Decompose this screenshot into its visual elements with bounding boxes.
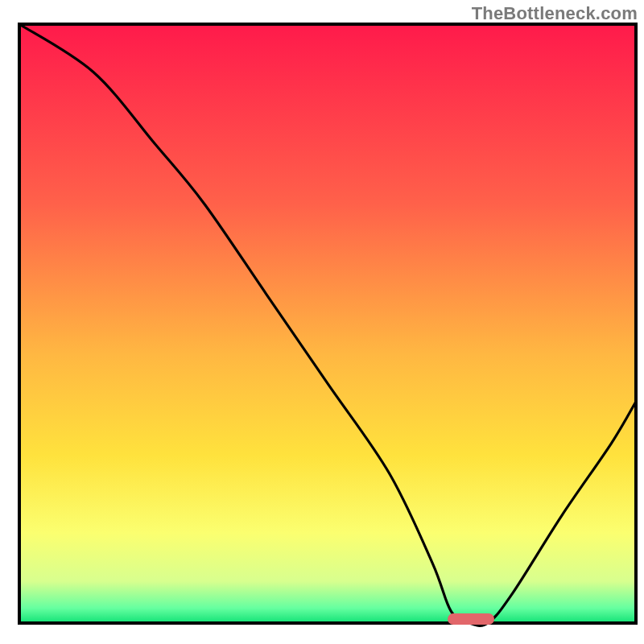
watermark-label: TheBottleneck.com: [472, 3, 638, 24]
bottleneck-chart: [0, 0, 644, 644]
chart-root: TheBottleneck.com: [0, 0, 644, 644]
optimal-range-marker: [448, 613, 494, 625]
chart-background: [19, 24, 636, 623]
